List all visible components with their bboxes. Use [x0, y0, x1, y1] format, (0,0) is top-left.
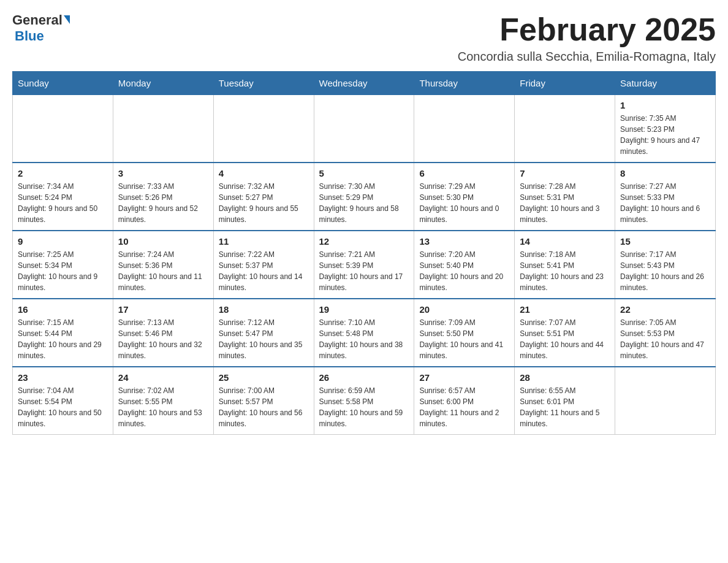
calendar-week-row: 1Sunrise: 7:35 AM Sunset: 5:23 PM Daylig…	[13, 95, 716, 163]
day-number: 16	[18, 304, 108, 315]
day-number: 18	[219, 304, 309, 315]
column-header-monday: Monday	[113, 72, 213, 95]
calendar-day-cell: 13Sunrise: 7:20 AM Sunset: 5:40 PM Dayli…	[414, 231, 515, 299]
day-info: Sunrise: 7:09 AM Sunset: 5:50 PM Dayligh…	[419, 317, 509, 361]
calendar-day-cell: 5Sunrise: 7:30 AM Sunset: 5:29 PM Daylig…	[314, 163, 414, 231]
day-info: Sunrise: 7:20 AM Sunset: 5:40 PM Dayligh…	[419, 249, 509, 293]
calendar-day-cell: 24Sunrise: 7:02 AM Sunset: 5:55 PM Dayli…	[113, 367, 213, 435]
day-number: 25	[219, 372, 309, 383]
calendar-subtitle: Concordia sulla Secchia, Emilia-Romagna,…	[458, 50, 716, 64]
day-number: 17	[118, 304, 208, 315]
day-number: 24	[118, 372, 208, 383]
day-info: Sunrise: 6:59 AM Sunset: 5:58 PM Dayligh…	[319, 385, 409, 429]
calendar-day-cell	[113, 95, 213, 163]
calendar-day-cell	[213, 95, 314, 163]
title-area: February 2025 Concordia sulla Secchia, E…	[458, 12, 716, 64]
calendar-day-cell: 16Sunrise: 7:15 AM Sunset: 5:44 PM Dayli…	[13, 299, 113, 367]
day-info: Sunrise: 7:33 AM Sunset: 5:26 PM Dayligh…	[118, 181, 208, 225]
day-number: 28	[520, 372, 610, 383]
calendar-day-cell: 17Sunrise: 7:13 AM Sunset: 5:46 PM Dayli…	[113, 299, 213, 367]
column-header-thursday: Thursday	[414, 72, 515, 95]
logo-blue-text: Blue	[15, 28, 44, 44]
day-number: 14	[520, 236, 610, 247]
day-number: 19	[319, 304, 409, 315]
calendar-day-cell: 1Sunrise: 7:35 AM Sunset: 5:23 PM Daylig…	[615, 95, 716, 163]
calendar-day-cell: 8Sunrise: 7:27 AM Sunset: 5:33 PM Daylig…	[615, 163, 716, 231]
day-number: 12	[319, 236, 409, 247]
day-info: Sunrise: 7:28 AM Sunset: 5:31 PM Dayligh…	[520, 181, 610, 225]
calendar-day-cell: 25Sunrise: 7:00 AM Sunset: 5:57 PM Dayli…	[213, 367, 314, 435]
logo: General Blue	[12, 12, 70, 44]
day-info: Sunrise: 7:21 AM Sunset: 5:39 PM Dayligh…	[319, 249, 409, 293]
day-number: 26	[319, 372, 409, 383]
day-number: 15	[620, 236, 710, 247]
calendar-week-row: 16Sunrise: 7:15 AM Sunset: 5:44 PM Dayli…	[13, 299, 716, 367]
day-number: 3	[118, 168, 208, 178]
calendar-day-cell: 18Sunrise: 7:12 AM Sunset: 5:47 PM Dayli…	[213, 299, 314, 367]
calendar-week-row: 2Sunrise: 7:34 AM Sunset: 5:24 PM Daylig…	[13, 163, 716, 231]
calendar-day-cell: 21Sunrise: 7:07 AM Sunset: 5:51 PM Dayli…	[515, 299, 615, 367]
calendar-day-cell: 20Sunrise: 7:09 AM Sunset: 5:50 PM Dayli…	[414, 299, 515, 367]
calendar-day-cell: 15Sunrise: 7:17 AM Sunset: 5:43 PM Dayli…	[615, 231, 716, 299]
calendar-day-cell: 6Sunrise: 7:29 AM Sunset: 5:30 PM Daylig…	[414, 163, 515, 231]
calendar-day-cell: 27Sunrise: 6:57 AM Sunset: 6:00 PM Dayli…	[414, 367, 515, 435]
day-number: 9	[18, 236, 108, 247]
calendar-day-cell: 3Sunrise: 7:33 AM Sunset: 5:26 PM Daylig…	[113, 163, 213, 231]
day-info: Sunrise: 7:15 AM Sunset: 5:44 PM Dayligh…	[18, 317, 108, 361]
day-info: Sunrise: 7:32 AM Sunset: 5:27 PM Dayligh…	[219, 181, 309, 225]
day-number: 4	[219, 168, 309, 178]
calendar-day-cell: 11Sunrise: 7:22 AM Sunset: 5:37 PM Dayli…	[213, 231, 314, 299]
calendar-day-cell: 26Sunrise: 6:59 AM Sunset: 5:58 PM Dayli…	[314, 367, 414, 435]
day-info: Sunrise: 7:04 AM Sunset: 5:54 PM Dayligh…	[18, 385, 108, 429]
day-number: 8	[620, 168, 710, 178]
column-header-tuesday: Tuesday	[213, 72, 314, 95]
column-header-saturday: Saturday	[615, 72, 716, 95]
day-info: Sunrise: 7:17 AM Sunset: 5:43 PM Dayligh…	[620, 249, 710, 293]
day-info: Sunrise: 7:25 AM Sunset: 5:34 PM Dayligh…	[18, 249, 108, 293]
day-number: 27	[419, 372, 509, 383]
day-number: 23	[18, 372, 108, 383]
day-info: Sunrise: 7:07 AM Sunset: 5:51 PM Dayligh…	[520, 317, 610, 361]
day-info: Sunrise: 7:05 AM Sunset: 5:53 PM Dayligh…	[620, 317, 710, 361]
calendar-week-row: 9Sunrise: 7:25 AM Sunset: 5:34 PM Daylig…	[13, 231, 716, 299]
day-info: Sunrise: 7:10 AM Sunset: 5:48 PM Dayligh…	[319, 317, 409, 361]
calendar-day-cell	[13, 95, 113, 163]
day-info: Sunrise: 6:57 AM Sunset: 6:00 PM Dayligh…	[419, 385, 509, 429]
day-number: 5	[319, 168, 409, 178]
day-number: 21	[520, 304, 610, 315]
logo-general-text: General	[12, 12, 63, 28]
day-info: Sunrise: 6:55 AM Sunset: 6:01 PM Dayligh…	[520, 385, 610, 429]
calendar-day-cell: 10Sunrise: 7:24 AM Sunset: 5:36 PM Dayli…	[113, 231, 213, 299]
day-number: 20	[419, 304, 509, 315]
calendar-table: SundayMondayTuesdayWednesdayThursdayFrid…	[12, 71, 716, 435]
calendar-week-row: 23Sunrise: 7:04 AM Sunset: 5:54 PM Dayli…	[13, 367, 716, 435]
day-number: 13	[419, 236, 509, 247]
calendar-day-cell: 19Sunrise: 7:10 AM Sunset: 5:48 PM Dayli…	[314, 299, 414, 367]
column-header-wednesday: Wednesday	[314, 72, 414, 95]
day-number: 10	[118, 236, 208, 247]
day-number: 2	[18, 168, 108, 178]
day-info: Sunrise: 7:12 AM Sunset: 5:47 PM Dayligh…	[219, 317, 309, 361]
day-number: 11	[219, 236, 309, 247]
calendar-title: February 2025	[458, 12, 716, 47]
calendar-day-cell: 12Sunrise: 7:21 AM Sunset: 5:39 PM Dayli…	[314, 231, 414, 299]
day-info: Sunrise: 7:29 AM Sunset: 5:30 PM Dayligh…	[419, 181, 509, 225]
day-info: Sunrise: 7:18 AM Sunset: 5:41 PM Dayligh…	[520, 249, 610, 293]
calendar-header-row: SundayMondayTuesdayWednesdayThursdayFrid…	[13, 72, 716, 95]
calendar-day-cell: 4Sunrise: 7:32 AM Sunset: 5:27 PM Daylig…	[213, 163, 314, 231]
column-header-friday: Friday	[515, 72, 615, 95]
day-info: Sunrise: 7:13 AM Sunset: 5:46 PM Dayligh…	[118, 317, 208, 361]
logo-triangle-icon	[64, 15, 70, 24]
day-info: Sunrise: 7:35 AM Sunset: 5:23 PM Dayligh…	[620, 113, 710, 157]
day-number: 6	[419, 168, 509, 178]
day-info: Sunrise: 7:34 AM Sunset: 5:24 PM Dayligh…	[18, 181, 108, 225]
calendar-day-cell: 7Sunrise: 7:28 AM Sunset: 5:31 PM Daylig…	[515, 163, 615, 231]
calendar-day-cell: 9Sunrise: 7:25 AM Sunset: 5:34 PM Daylig…	[13, 231, 113, 299]
day-info: Sunrise: 7:22 AM Sunset: 5:37 PM Dayligh…	[219, 249, 309, 293]
calendar-day-cell: 22Sunrise: 7:05 AM Sunset: 5:53 PM Dayli…	[615, 299, 716, 367]
calendar-day-cell	[314, 95, 414, 163]
calendar-day-cell	[615, 367, 716, 435]
day-info: Sunrise: 7:27 AM Sunset: 5:33 PM Dayligh…	[620, 181, 710, 225]
calendar-day-cell: 2Sunrise: 7:34 AM Sunset: 5:24 PM Daylig…	[13, 163, 113, 231]
day-number: 22	[620, 304, 710, 315]
